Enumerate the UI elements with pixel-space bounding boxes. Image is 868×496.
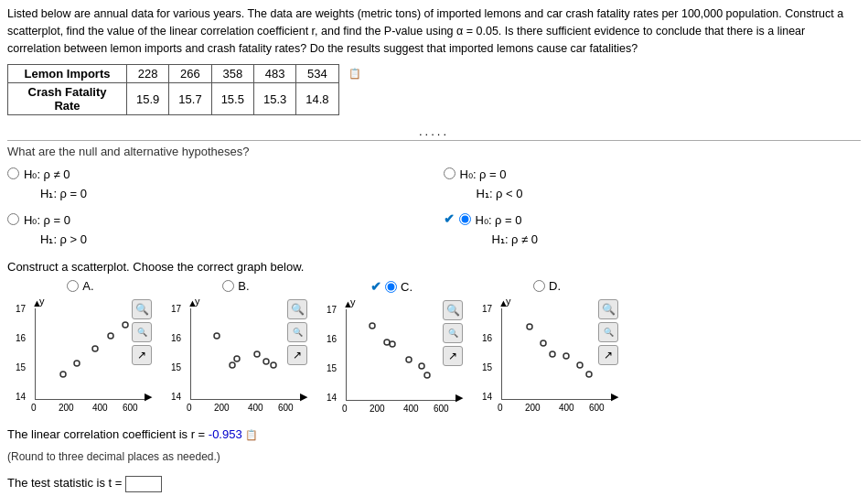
svg-point-11 [370, 323, 375, 329]
graph-B: ▲ y ▶ 17 16 15 14 0 200 400 600 [163, 295, 309, 414]
col3-lemon: 358 [211, 65, 253, 83]
t-value-input[interactable] [125, 476, 162, 492]
xtick-200-D: 200 [525, 403, 541, 413]
option-C-text: H₀: ρ = 0 H₁: ρ > 0 [24, 211, 87, 250]
ytick-15-A: 15 [16, 363, 26, 372]
graph-inner-D: ▲ y ▶ 17 16 15 14 0 200 400 600 [501, 308, 611, 400]
y-label-B: y [195, 296, 200, 307]
ytick-16-C: 16 [327, 335, 337, 344]
external-C[interactable]: ↗ [443, 346, 463, 366]
graph-inner-B: ▲ y ▶ 17 16 15 14 0 200 400 600 [190, 308, 300, 400]
svg-point-17 [527, 324, 532, 329]
zoom-out-C[interactable]: 🔍 [443, 323, 463, 343]
xtick-200-A: 200 [59, 403, 74, 413]
scatter-option-C[interactable]: ✔ C. ▲ y ▶ 17 16 15 14 0 200 400 600 [318, 279, 465, 415]
xtick-400-B: 400 [248, 403, 263, 413]
clipboard-r[interactable]: 📋 [245, 429, 258, 440]
arrow-right-B: ▶ [300, 391, 307, 403]
col2-crash: 15.7 [169, 83, 211, 115]
arrow-right-A: ▶ [145, 391, 152, 403]
ytick-16-B: 16 [171, 334, 181, 343]
scatter-option-A[interactable]: A. ▲ y ▶ 17 16 15 14 0 200 400 600 [7, 279, 154, 414]
zoom-in-A[interactable]: 🔍 [132, 299, 152, 319]
ytick-16-D: 16 [482, 334, 492, 343]
option-D[interactable]: ✔ H₀: ρ = 0 H₁: ρ ≠ 0 [444, 210, 862, 252]
scatter-label-text-C: C. [401, 280, 413, 294]
svg-point-8 [254, 351, 260, 357]
clipboard-icon[interactable]: 📋 [338, 65, 370, 83]
svg-point-9 [263, 359, 269, 364]
zoom-out-D[interactable]: 🔍 [598, 322, 618, 342]
xtick-400-D: 400 [559, 403, 574, 413]
graph-btns-A: 🔍 🔍 ↗ [132, 299, 152, 365]
y-label-D: y [506, 296, 511, 307]
zoom-in-B[interactable]: 🔍 [287, 299, 307, 319]
svg-point-0 [60, 372, 66, 377]
scatter-svg-B [191, 308, 301, 400]
graph-inner-A: ▲ y ▶ 17 16 15 14 0 200 400 600 [35, 308, 145, 400]
ytick-16-A: 16 [16, 334, 26, 343]
radio-scatter-C[interactable] [385, 281, 397, 293]
col5-crash: 14.8 [296, 83, 338, 115]
row2-label: Crash Fatality Rate [8, 83, 127, 115]
scatter-option-B[interactable]: B. ▲ y ▶ 17 16 15 14 0 200 400 600 [163, 279, 309, 414]
ytick-14-B: 14 [171, 393, 181, 402]
svg-point-1 [74, 361, 80, 366]
radio-scatter-A[interactable] [67, 280, 79, 292]
external-B[interactable]: ↗ [287, 345, 307, 365]
arrow-right-C: ▶ [455, 392, 463, 404]
external-A[interactable]: ↗ [132, 345, 152, 365]
dots: ..... [7, 123, 861, 140]
graph-inner-C: ▲ y ▶ 17 16 15 14 0 200 400 600 [346, 309, 455, 401]
col1-lemon: 228 [127, 65, 169, 83]
scatter-label-D[interactable]: D. [533, 279, 561, 293]
xtick-400-C: 400 [403, 404, 419, 414]
xtick-200-B: 200 [214, 403, 230, 413]
zoom-in-C[interactable]: 🔍 [443, 300, 463, 320]
check-icon-scatter-C: ✔ [370, 279, 381, 294]
ytick-15-B: 15 [171, 363, 181, 372]
ytick-17-B: 17 [171, 305, 181, 314]
svg-point-3 [108, 333, 113, 339]
xtick-200-C: 200 [370, 404, 385, 414]
radio-scatter-D[interactable] [533, 280, 545, 292]
scatter-label-text-A: A. [82, 279, 93, 293]
svg-point-14 [406, 357, 412, 362]
xtick-600-C: 600 [434, 404, 449, 414]
graph-A: ▲ y ▶ 17 16 15 14 0 200 400 600 [7, 295, 154, 414]
scatter-label-text-D: D. [549, 279, 561, 293]
scatter-label-A[interactable]: A. [67, 279, 93, 293]
radio-C[interactable] [7, 213, 19, 225]
zoom-out-B[interactable]: 🔍 [287, 322, 307, 342]
scatter-label-C[interactable]: ✔ C. [370, 279, 413, 294]
external-D[interactable]: ↗ [598, 345, 618, 365]
ytick-14-A: 14 [16, 393, 26, 402]
scatter-heading: Construct a scatterplot. Choose the corr… [7, 260, 861, 274]
scatter-svg-A [36, 308, 145, 400]
svg-point-20 [563, 353, 569, 359]
radio-D[interactable] [459, 213, 471, 225]
col5-lemon: 534 [296, 65, 338, 83]
option-B[interactable]: H₀: ρ = 0 H₁: ρ < 0 [444, 164, 862, 206]
scatter-label-B[interactable]: B. [222, 279, 249, 293]
option-C[interactable]: H₀: ρ = 0 H₁: ρ > 0 [7, 210, 425, 252]
graph-btns-D: 🔍 🔍 ↗ [598, 299, 618, 365]
scatter-svg-D [502, 308, 612, 400]
r-label: The linear correlation coefficient is r … [7, 427, 205, 441]
svg-point-10 [271, 362, 276, 368]
zoom-out-A[interactable]: 🔍 [132, 322, 152, 342]
hypothesis-question: What are the null and alternative hypoth… [7, 140, 861, 158]
ytick-14-C: 14 [327, 394, 337, 403]
svg-point-18 [541, 340, 546, 346]
ytick-17-A: 17 [16, 305, 26, 314]
radio-scatter-B[interactable] [222, 280, 234, 292]
radio-B[interactable] [444, 167, 455, 179]
xtick-600-D: 600 [589, 403, 605, 413]
option-A[interactable]: H₀: ρ ≠ 0 H₁: ρ = 0 [7, 164, 425, 206]
radio-A[interactable] [7, 167, 19, 179]
col2-lemon: 266 [169, 65, 211, 83]
scatter-option-D[interactable]: D. ▲ y ▶ 17 16 15 14 0 200 400 600 [474, 279, 620, 414]
ytick-15-C: 15 [327, 364, 337, 373]
svg-point-21 [577, 362, 583, 368]
zoom-in-D[interactable]: 🔍 [598, 299, 618, 319]
